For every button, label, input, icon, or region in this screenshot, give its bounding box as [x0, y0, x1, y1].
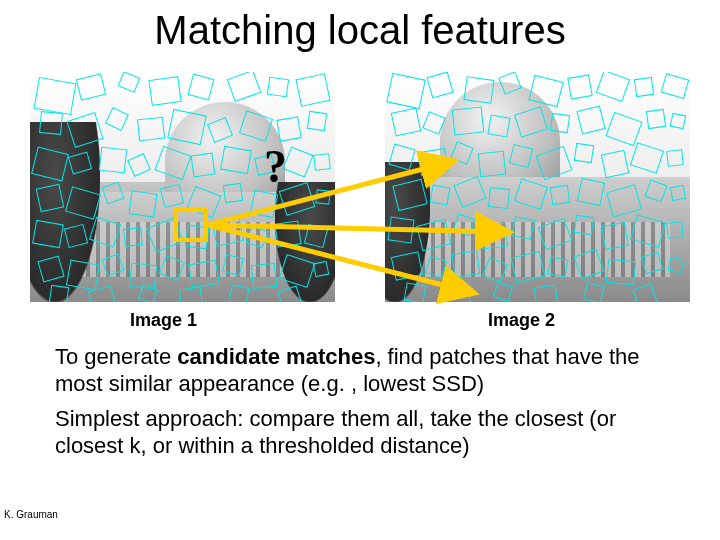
feature-box: [601, 150, 629, 178]
feature-box: [39, 111, 63, 135]
feature-box: [548, 257, 569, 278]
feature-box: [670, 113, 687, 130]
slide-title: Matching local features: [0, 8, 720, 53]
feature-box: [666, 221, 684, 239]
feature-box: [137, 117, 165, 142]
image-2: [385, 72, 690, 302]
feature-box: [480, 223, 508, 250]
feature-box: [99, 147, 127, 174]
feature-box: [220, 146, 252, 174]
feature-box: [550, 113, 570, 133]
feature-box: [451, 250, 480, 277]
feature-box: [32, 220, 64, 248]
feature-box: [668, 257, 685, 274]
slide: Matching local features ?: [0, 0, 720, 540]
feature-box: [228, 284, 249, 302]
feature-box: [511, 216, 535, 240]
feature-box: [670, 185, 686, 201]
feature-box: [646, 109, 666, 129]
feature-box: [583, 282, 605, 302]
feature-box: [550, 185, 570, 205]
feature-box: [188, 260, 220, 288]
feature-box: [315, 189, 330, 204]
feature-box: [534, 285, 559, 302]
question-mark: ?: [264, 140, 287, 193]
feature-box: [250, 190, 278, 218]
feature-box: [313, 153, 331, 171]
feature-box: [601, 222, 629, 250]
feature-box: [223, 183, 243, 203]
feature-box: [430, 185, 451, 206]
feature-box: [123, 227, 143, 247]
feature-box: [148, 76, 181, 106]
feature-box: [191, 153, 216, 178]
feature-box: [387, 216, 414, 243]
paragraph-1: To generate candidate matches, find patc…: [55, 344, 680, 398]
feature-box: [417, 148, 449, 176]
feature-box: [34, 77, 77, 115]
feature-box: [66, 260, 100, 291]
feature-box: [634, 77, 654, 97]
image-1: [30, 72, 335, 302]
feature-box: [179, 287, 204, 302]
feature-box: [574, 143, 594, 163]
feature-box: [251, 263, 277, 289]
paragraph-2: Simplest approach: compare them all, tak…: [55, 406, 680, 460]
feature-box: [128, 190, 157, 217]
feature-box: [404, 282, 427, 302]
feature-box: [577, 178, 605, 206]
feature-box: [36, 184, 64, 212]
feature-box: [267, 77, 289, 98]
feature-box: [307, 111, 327, 131]
feature-box: [452, 107, 485, 136]
credit-text: K. Grauman: [4, 509, 58, 520]
feature-box: [574, 215, 594, 235]
caption-image-1: Image 1: [130, 310, 197, 331]
feature-box: [567, 74, 592, 99]
feature-box: [606, 259, 636, 286]
feature-box: [313, 261, 330, 278]
feature-box: [463, 76, 494, 104]
feature-box: [49, 285, 69, 302]
figure-area: ?: [30, 72, 690, 312]
feature-box: [274, 220, 301, 247]
p1-part-a: To generate: [55, 344, 177, 369]
p1-emphasis: candidate matches: [177, 344, 375, 369]
feature-box: [666, 149, 684, 167]
feature-box: [487, 114, 510, 137]
feature-box: [276, 116, 301, 141]
query-patch-box: [174, 208, 208, 242]
caption-image-2: Image 2: [488, 310, 555, 331]
feature-box: [488, 187, 510, 209]
feature-box: [478, 151, 506, 178]
